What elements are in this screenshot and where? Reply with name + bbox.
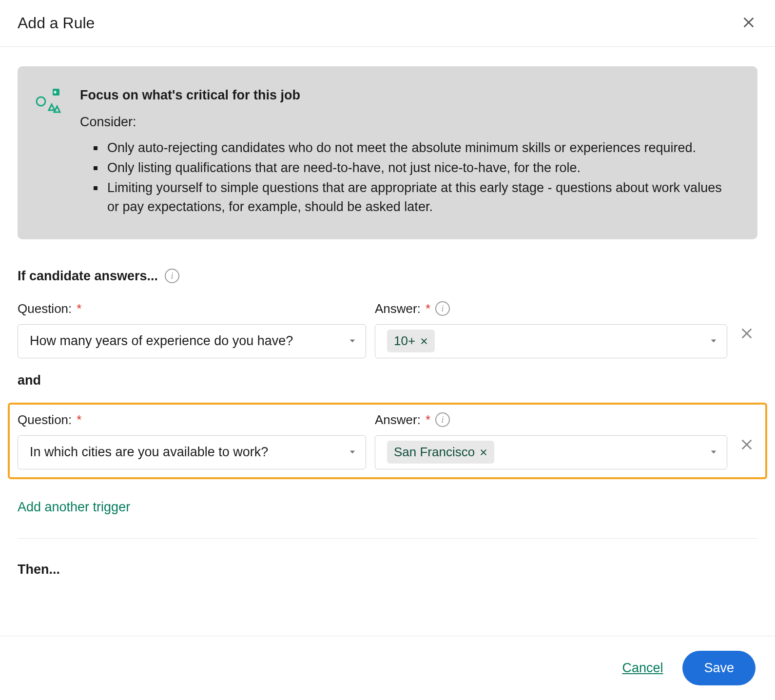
answer-tag-label: San Francisco <box>394 445 475 460</box>
remove-trigger-button[interactable] <box>736 438 757 461</box>
trigger-block-highlighted: Question: * In which cities are you avai… <box>8 403 767 479</box>
close-button[interactable] <box>740 14 757 33</box>
modal-title: Add a Rule <box>18 14 95 32</box>
tip-heading: Focus on what's critical for this job <box>80 88 734 103</box>
answer-select[interactable]: 10+ <box>375 324 727 358</box>
then-heading: Then... <box>18 562 757 577</box>
question-label: Question: * <box>18 301 366 316</box>
chevron-down-icon <box>709 445 718 460</box>
tip-list: Only auto-rejecting candidates who do no… <box>80 138 734 217</box>
svg-rect-2 <box>54 92 57 93</box>
modal-footer: Cancel Save <box>0 636 775 700</box>
info-icon[interactable]: i <box>435 301 450 316</box>
question-select[interactable]: How many years of experience do you have… <box>18 324 366 358</box>
tip-content: Focus on what's critical for this job Co… <box>80 88 734 218</box>
question-select-value: In which cities are you available to wor… <box>30 445 268 460</box>
question-field: Question: * How many years of experience… <box>18 301 366 358</box>
question-field: Question: * In which cities are you avai… <box>18 412 366 469</box>
close-icon <box>742 23 756 31</box>
svg-point-3 <box>37 97 45 106</box>
info-icon[interactable]: i <box>165 269 179 283</box>
answer-tag: 10+ <box>387 330 435 352</box>
trigger-block: Question: * How many years of experience… <box>18 301 757 358</box>
answer-tag: San Francisco <box>387 441 494 464</box>
add-trigger-link[interactable]: Add another trigger <box>18 500 130 515</box>
close-icon <box>740 446 754 453</box>
answer-select[interactable]: San Francisco <box>375 435 727 469</box>
answer-tag-label: 10+ <box>394 333 415 349</box>
tag-remove-icon[interactable] <box>480 448 487 456</box>
answer-label: Answer: * i <box>375 412 727 428</box>
required-asterisk: * <box>426 412 430 428</box>
question-select-value: How many years of experience do you have… <box>30 333 293 349</box>
tag-remove-icon[interactable] <box>420 337 428 345</box>
tip-consider-label: Consider: <box>80 115 734 130</box>
section-divider <box>18 538 757 539</box>
tip-panel: Focus on what's critical for this job Co… <box>18 66 757 239</box>
trigger-row: Question: * In which cities are you avai… <box>18 412 757 469</box>
answer-tags: 10+ <box>387 330 435 352</box>
condition-heading-text: If candidate answers... <box>18 269 158 284</box>
tip-bullet: Only auto-rejecting candidates who do no… <box>94 138 734 157</box>
cancel-button[interactable]: Cancel <box>622 661 663 676</box>
and-label: and <box>18 373 757 388</box>
answer-label: Answer: * i <box>375 301 727 316</box>
required-asterisk: * <box>426 301 430 316</box>
condition-heading: If candidate answers... i <box>18 269 179 284</box>
question-select[interactable]: In which cities are you available to wor… <box>18 435 366 469</box>
close-icon <box>740 334 754 342</box>
chevron-down-icon <box>348 333 357 349</box>
save-button[interactable]: Save <box>682 651 756 685</box>
tip-bullet: Limiting yourself to simple questions th… <box>94 178 734 216</box>
answer-field: Answer: * i San Francisco <box>375 412 727 469</box>
focus-shapes-icon <box>35 88 62 115</box>
remove-trigger-button[interactable] <box>736 327 757 350</box>
required-asterisk: * <box>77 412 81 428</box>
modal-header: Add a Rule <box>0 0 775 47</box>
trigger-row: Question: * How many years of experience… <box>18 301 757 358</box>
required-asterisk: * <box>77 301 81 316</box>
answer-tags: San Francisco <box>387 441 494 464</box>
info-icon[interactable]: i <box>435 412 450 427</box>
question-label: Question: * <box>18 412 366 428</box>
answer-field: Answer: * i 10+ <box>375 301 727 358</box>
tip-bullet: Only listing qualifications that are nee… <box>94 158 734 177</box>
modal-body[interactable]: Focus on what's critical for this job Co… <box>0 49 775 634</box>
chevron-down-icon <box>709 333 718 349</box>
chevron-down-icon <box>348 445 357 460</box>
